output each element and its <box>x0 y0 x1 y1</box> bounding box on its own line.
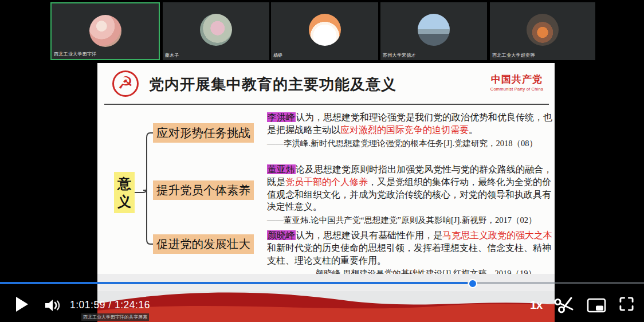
progress-bar-track-end[interactable] <box>555 282 644 284</box>
quote-citation: ——李洪峰.新时代思想建党理论强党的根本任务[J].党建研究，2018（08） <box>267 138 555 149</box>
quote-block: 董亚炜论及思想建党原则时指出加强党风党性与党的群众路线的融合，既是党员干部的个人… <box>267 163 555 226</box>
participant-tile[interactable]: 杨铮 <box>271 2 378 60</box>
play-icon[interactable] <box>16 297 28 312</box>
participant-tile[interactable]: 苏州大学宋德才 <box>380 2 487 60</box>
quote-text: 认为，思想建设具有基础性作用，是 <box>296 230 442 240</box>
playback-speed-button[interactable]: 1x <box>530 299 543 312</box>
org-name-en: Communist Party of China <box>482 87 551 92</box>
participant-name: 杨铮 <box>273 52 283 58</box>
progress-bar-track[interactable] <box>468 282 555 284</box>
diagram-branch: 应对形势任务挑战 <box>153 123 254 143</box>
quote-emphasis: 马克思主义政党的强大之本 <box>442 230 552 240</box>
participant-tile[interactable]: 西北工业大学赵奕骅 <box>490 2 595 60</box>
quote-emphasis: 应对激烈的国际竞争的迫切需要 <box>340 125 469 135</box>
org-name-cn: 中国共产党 <box>482 73 551 86</box>
avatar <box>89 15 121 47</box>
avatar <box>200 14 232 46</box>
participant-name: 苏州大学宋德才 <box>383 52 416 58</box>
participant-name: 西北工业大学田宇洋 <box>54 51 97 57</box>
time-display: 1:01:59 / 1:24:16 <box>70 299 150 311</box>
volume-icon[interactable] <box>44 298 62 313</box>
slide-org-block: 中国共产党 Communist Party of China <box>482 73 551 92</box>
participant-name: 西北工业大学赵奕骅 <box>492 52 535 58</box>
participant-tile[interactable]: 西北工业大学田宇洋 <box>50 2 160 60</box>
progress-handle[interactable] <box>468 279 477 288</box>
progress-bar-filled[interactable] <box>0 282 468 284</box>
root-char: 意 <box>117 175 131 193</box>
root-char: 义 <box>117 193 131 210</box>
quote-text: 。 <box>469 125 478 135</box>
avatar <box>309 14 341 46</box>
diagram-branch: 促进党的发展壮大 <box>153 234 254 254</box>
quote-author: 董亚炜 <box>267 164 296 174</box>
avatar <box>527 14 559 46</box>
avatar <box>418 14 450 46</box>
quote-block: 颜晓峰认为，思想建设具有基础性作用，是马克思主义政党的强大之本和新时代党的历史使… <box>267 229 555 279</box>
diagram-root-label: 意 义 <box>114 172 135 213</box>
slide-title: 党内开展集中教育的主要功能及意义 <box>149 74 396 95</box>
participant-name: 藤木子 <box>165 52 179 58</box>
diagram-branch: 提升党员个体素养 <box>153 180 254 200</box>
header-divider <box>104 104 549 105</box>
quote-block: 李洪峰认为，思想建党和理论强党是我们党的政治优势和优良传统，也是把握战略主动以应… <box>267 111 555 149</box>
quote-emphasis: 党员干部的个人修养 <box>285 177 368 187</box>
quote-author: 李洪峰 <box>267 112 296 122</box>
quote-citation: ——董亚炜.论中国共产党“思想建党”原则及其影响[J].新视野，2017（02） <box>267 215 555 226</box>
quote-author: 颜晓峰 <box>267 230 296 240</box>
clip-scissors-icon[interactable] <box>553 294 575 314</box>
quote-text: 和新时代党的历史使命的思想引领，发挥着理想支柱、信念支柱、精神支柱、理论支柱的重… <box>267 243 551 265</box>
shared-screen-banner: 西北工业大学田宇洋的共享屏幕 <box>81 313 149 321</box>
fullscreen-icon[interactable] <box>619 296 634 312</box>
participant-tile[interactable]: 藤木子 <box>163 2 269 60</box>
party-emblem-icon: ☭ <box>112 70 139 97</box>
picture-in-picture-icon[interactable] <box>587 297 606 313</box>
slide-footer-wave <box>97 274 555 322</box>
